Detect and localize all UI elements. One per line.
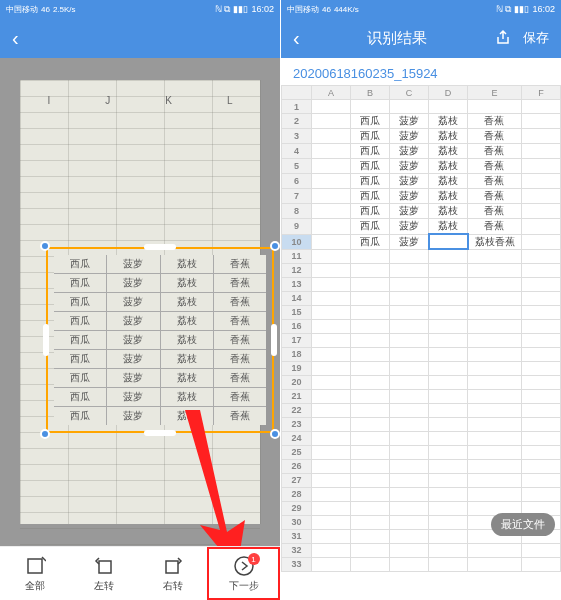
cell[interactable]	[312, 263, 351, 277]
cell[interactable]	[468, 277, 522, 291]
row-header[interactable]: 6	[282, 174, 312, 189]
cell[interactable]	[429, 529, 468, 543]
cell[interactable]	[351, 431, 390, 445]
cell[interactable]	[390, 333, 429, 347]
cell[interactable]	[521, 459, 560, 473]
cell[interactable]	[521, 129, 560, 144]
cell[interactable]	[312, 291, 351, 305]
crop-handle-top[interactable]	[144, 244, 176, 250]
cell[interactable]: 菠萝	[390, 144, 429, 159]
cell[interactable]: 西瓜	[351, 204, 390, 219]
row-header[interactable]: 31	[282, 529, 312, 543]
cell[interactable]	[312, 234, 351, 249]
cell[interactable]: 西瓜	[351, 144, 390, 159]
row-header[interactable]: 9	[282, 219, 312, 235]
cell[interactable]	[468, 361, 522, 375]
cell[interactable]	[468, 291, 522, 305]
cell[interactable]	[429, 557, 468, 571]
cell[interactable]: 香蕉	[468, 189, 522, 204]
cell[interactable]	[390, 277, 429, 291]
cell[interactable]	[521, 277, 560, 291]
cell[interactable]	[468, 100, 522, 114]
crop-handle-br[interactable]	[270, 429, 280, 439]
cell[interactable]	[312, 543, 351, 557]
column-header[interactable]: F	[521, 86, 560, 100]
cell[interactable]	[429, 263, 468, 277]
cell[interactable]	[521, 543, 560, 557]
cell[interactable]	[312, 189, 351, 204]
cell[interactable]	[429, 417, 468, 431]
cell[interactable]: 菠萝	[390, 204, 429, 219]
cell[interactable]	[390, 501, 429, 515]
cell[interactable]: 西瓜	[351, 189, 390, 204]
cell[interactable]	[390, 417, 429, 431]
cell[interactable]	[468, 487, 522, 501]
cell[interactable]	[312, 361, 351, 375]
cell[interactable]	[351, 459, 390, 473]
cell[interactable]	[312, 277, 351, 291]
cell[interactable]	[468, 417, 522, 431]
cell[interactable]	[351, 445, 390, 459]
cell[interactable]	[468, 445, 522, 459]
photo-crop-area[interactable]: IJKL 西瓜菠萝荔枝香蕉西瓜菠萝荔枝香蕉西瓜菠萝荔枝香蕉西瓜菠萝荔枝香蕉西瓜菠…	[0, 58, 280, 546]
cell[interactable]	[521, 557, 560, 571]
cell[interactable]	[390, 529, 429, 543]
cell[interactable]	[429, 305, 468, 319]
cell[interactable]	[521, 249, 560, 263]
cell[interactable]: 香蕉	[468, 114, 522, 129]
cell[interactable]	[429, 473, 468, 487]
cell[interactable]	[521, 361, 560, 375]
row-header[interactable]: 3	[282, 129, 312, 144]
cell[interactable]	[312, 347, 351, 361]
cell[interactable]	[521, 375, 560, 389]
row-header[interactable]: 19	[282, 361, 312, 375]
column-header[interactable]: A	[312, 86, 351, 100]
cell[interactable]	[312, 389, 351, 403]
cell[interactable]	[312, 529, 351, 543]
cell[interactable]	[312, 515, 351, 529]
cell[interactable]	[390, 361, 429, 375]
row-header[interactable]: 26	[282, 459, 312, 473]
cell[interactable]	[521, 431, 560, 445]
row-header[interactable]: 24	[282, 431, 312, 445]
cell[interactable]	[429, 333, 468, 347]
cell[interactable]: 香蕉	[468, 219, 522, 235]
row-header[interactable]: 8	[282, 204, 312, 219]
crop-handle-tl[interactable]	[40, 241, 50, 251]
cell[interactable]	[390, 375, 429, 389]
cell[interactable]	[312, 114, 351, 129]
cell[interactable]: 菠萝	[390, 174, 429, 189]
select-all-button[interactable]: 全部	[0, 547, 69, 600]
cell[interactable]	[429, 347, 468, 361]
cell[interactable]	[312, 144, 351, 159]
cell[interactable]	[351, 417, 390, 431]
cell[interactable]	[312, 174, 351, 189]
row-header[interactable]: 17	[282, 333, 312, 347]
cell[interactable]	[429, 487, 468, 501]
cell[interactable]	[429, 543, 468, 557]
cell[interactable]: 菠萝	[390, 219, 429, 235]
cell[interactable]	[312, 100, 351, 114]
cell[interactable]	[429, 361, 468, 375]
cell[interactable]	[351, 543, 390, 557]
cell[interactable]	[312, 249, 351, 263]
cell[interactable]: 荔枝	[429, 129, 468, 144]
cell[interactable]	[521, 305, 560, 319]
cell[interactable]	[351, 501, 390, 515]
cell[interactable]	[429, 389, 468, 403]
cell[interactable]: 荔枝	[429, 114, 468, 129]
cell[interactable]: 荔枝	[429, 159, 468, 174]
cell[interactable]	[390, 543, 429, 557]
row-header[interactable]: 15	[282, 305, 312, 319]
row-header[interactable]: 13	[282, 277, 312, 291]
cell[interactable]	[351, 319, 390, 333]
cell[interactable]	[429, 375, 468, 389]
cell[interactable]	[468, 333, 522, 347]
cell[interactable]: 荔枝香蕉	[468, 234, 522, 249]
crop-handle-left[interactable]	[43, 324, 49, 356]
cell[interactable]	[312, 219, 351, 235]
cell[interactable]	[351, 557, 390, 571]
cell[interactable]	[468, 375, 522, 389]
cell[interactable]	[521, 333, 560, 347]
row-header[interactable]: 23	[282, 417, 312, 431]
